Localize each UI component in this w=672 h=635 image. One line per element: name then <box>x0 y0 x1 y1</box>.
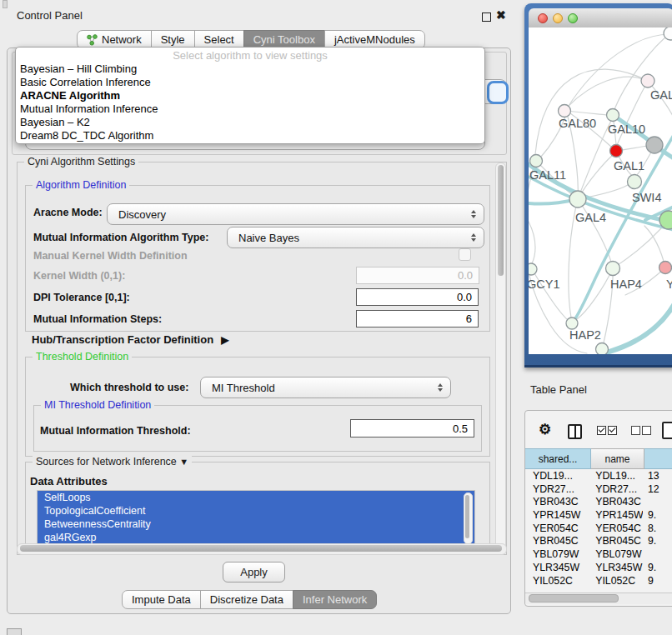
table-horizontal-scrollbar-thumb[interactable] <box>529 594 619 602</box>
attribute-list-item[interactable]: TopologicalCoefficient <box>38 504 474 518</box>
page-icon[interactable] <box>662 422 672 439</box>
dropdown-option[interactable]: ARACNE Algorithm <box>16 89 484 102</box>
close-button[interactable] <box>538 13 548 23</box>
manual-kernel-checkbox[interactable] <box>459 248 471 261</box>
dropdown-option[interactable]: Bayesian – Hill Climbing <box>16 62 484 76</box>
apply-button[interactable]: Apply <box>223 562 285 582</box>
mi-steps-input[interactable]: 6 <box>356 310 479 328</box>
attribute-list-item[interactable]: gal4RGexp <box>38 531 474 544</box>
attribute-list-item[interactable]: SelfLoops <box>38 491 474 504</box>
dpi-tolerance-input[interactable]: 0.0 <box>356 288 479 306</box>
close-panel-icon[interactable]: ✖ <box>496 8 506 22</box>
list-scrollbar[interactable] <box>464 492 473 544</box>
which-threshold-label: Which threshold to use: <box>70 382 188 393</box>
table-cell: YBL079W <box>590 548 643 562</box>
table-cell <box>643 548 672 562</box>
table-row[interactable]: YDL19...YDL19...13 <box>526 470 672 483</box>
tab-label: Style <box>161 33 185 46</box>
data-attributes-label: Data Attributes <box>30 475 108 488</box>
table-cell: YBR043C <box>590 496 643 509</box>
attribute-list-item[interactable]: BetweennessCentrality <box>38 518 474 531</box>
unchecked-checkbox-icon[interactable] <box>642 426 651 435</box>
table-row[interactable]: YBR043CYBR043C <box>526 496 672 509</box>
dropdown-option[interactable]: Basic Correlation Inference <box>16 76 484 89</box>
network-node-hap4[interactable] <box>606 262 620 276</box>
network-node-gcy1[interactable] <box>529 263 537 275</box>
hub-definition-expander[interactable]: Hub/Transcription Factor Definition▶ <box>32 333 228 346</box>
column-header-name[interactable]: name <box>591 448 644 469</box>
mi-steps-label: Mutual Information Steps: <box>33 313 162 325</box>
network-icon <box>87 34 98 46</box>
network-canvas[interactable]: GALGAL80GAL10GAL1GAL11SWI4GAL4GCY1HAP4YH… <box>529 28 672 354</box>
network-node-label: GAL1 <box>614 159 644 172</box>
table-row[interactable]: YLR345WYLR345W9. <box>526 562 672 575</box>
control-panel-title: Control Panel <box>17 9 83 22</box>
table-cell: YPR145W <box>590 509 643 522</box>
table-cell: YBR043C <box>526 496 590 509</box>
unchecked-checkbox-icon[interactable] <box>631 426 640 435</box>
network-node-y[interactable] <box>659 262 672 274</box>
network-edge-thick <box>600 305 672 354</box>
network-node-gal4[interactable] <box>569 191 586 208</box>
table-cell: 13 <box>643 470 672 483</box>
mi-algorithm-type-value: Naive Bayes <box>238 232 299 244</box>
checked-checkbox-icon[interactable] <box>597 426 606 435</box>
data-attributes-list: SelfLoopsTopologicalCoefficientBetweenne… <box>37 490 475 545</box>
network-node-swi4[interactable] <box>628 175 642 189</box>
network-node-gal10[interactable] <box>607 109 619 122</box>
zoom-button[interactable] <box>568 13 578 23</box>
tab-infer-network[interactable]: Infer Network <box>293 590 377 609</box>
network-node-label: GAL80 <box>559 117 596 130</box>
dropdown-option[interactable]: Mutual Information Inference <box>16 102 484 116</box>
screen: Control Panel ✖ NetworkStyleSelectCyni T… <box>0 0 672 635</box>
network-node[interactable] <box>596 343 609 355</box>
tab-discretize-data[interactable]: Discretize Data <box>200 590 293 609</box>
bottom-left-fragment <box>7 628 22 635</box>
threshold-definition-title: Threshold Definition <box>33 351 132 362</box>
settings-vertical-scrollbar-thumb[interactable] <box>498 165 504 276</box>
tab-impute-data[interactable]: Impute Data <box>122 590 201 609</box>
dropdown-option[interactable]: Dream8 DC_TDC Algorithm <box>16 129 484 142</box>
float-window-icon[interactable] <box>482 12 491 22</box>
column-header-partial[interactable] <box>644 448 672 469</box>
table-cell: YLR345W <box>590 562 643 575</box>
kernel-width-input[interactable]: 0.0 <box>356 267 479 284</box>
sources-group-title[interactable]: Sources for Network Inference ▼ <box>33 456 192 468</box>
network-node-label: GAL10 <box>608 122 645 136</box>
settings-horizontal-scrollbar-thumb[interactable] <box>20 545 502 552</box>
table-cell: 8. <box>643 522 672 536</box>
mi-algorithm-type-label: Mutual Information Algorithm Type: <box>33 232 208 243</box>
network-node-gal1[interactable] <box>610 145 623 158</box>
column-header-shared-name[interactable]: shared... <box>525 448 591 469</box>
aracne-mode-combo[interactable]: Discovery <box>107 203 484 225</box>
table-row[interactable]: YPR145WYPR145W9. <box>526 509 672 522</box>
network-node-gal11[interactable] <box>530 155 543 168</box>
network-node-gal80[interactable] <box>559 105 571 118</box>
table-row[interactable]: YIL052CYIL052C9 <box>526 575 672 588</box>
mi-algorithm-type-combo[interactable]: Naive Bayes <box>227 227 484 248</box>
table-cell <box>643 496 672 509</box>
gear-icon[interactable]: ⚙ <box>539 421 551 438</box>
split-columns-icon[interactable] <box>568 424 582 439</box>
which-threshold-combo[interactable]: MI Threshold <box>200 377 451 398</box>
table-row[interactable]: YER054CYER054C8. <box>526 522 672 536</box>
network-node[interactable] <box>646 137 663 153</box>
network-node-hap2[interactable] <box>566 318 578 329</box>
tab-label: Cyni Toolbox <box>253 33 315 46</box>
minimize-button[interactable] <box>553 13 563 23</box>
dropdown-option[interactable]: Bayesian – K2 <box>16 116 484 129</box>
mi-threshold-input[interactable]: 0.5 <box>350 419 474 438</box>
cyni-bottom-tab-bar: Impute DataDiscretize DataInfer Network <box>122 590 377 609</box>
network-window-titlebar[interactable] <box>529 8 672 28</box>
network-node-label: SWI4 <box>632 191 661 204</box>
manual-kernel-label: Manual Kernel Width Definition <box>33 250 188 262</box>
network-node-gal[interactable] <box>641 74 654 88</box>
network-node-label: Y <box>666 278 672 291</box>
table-cell: 9. <box>643 535 672 548</box>
table-row[interactable]: YDR27...YDR27...12 <box>526 483 672 497</box>
checked-checkbox-icon[interactable] <box>608 426 617 435</box>
network-edge <box>567 111 606 115</box>
table-cell: YER054C <box>526 522 590 536</box>
table-row[interactable]: YBR045CYBR045C9. <box>526 535 672 548</box>
table-row[interactable]: YBL079WYBL079W <box>526 548 672 562</box>
